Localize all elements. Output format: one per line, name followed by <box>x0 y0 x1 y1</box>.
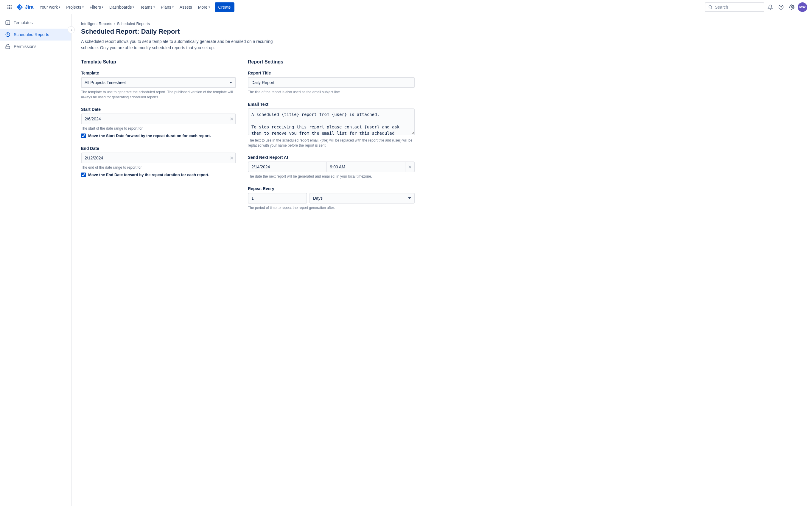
start-date-checkbox-row: Move the Start Date forward by the repea… <box>81 133 236 139</box>
more-chevron: ▾ <box>208 5 210 9</box>
user-avatar[interactable]: MW <box>798 2 807 12</box>
svg-rect-2 <box>11 5 12 6</box>
svg-rect-14 <box>6 20 10 25</box>
teams-chevron: ▾ <box>154 5 155 9</box>
end-date-label: End Date <box>81 146 236 151</box>
end-date-wrapper: ✕ <box>81 153 236 163</box>
breadcrumb-separator: / <box>114 21 115 26</box>
end-date-hint: The end of the date range to report for <box>81 165 236 170</box>
send-next-time-input[interactable] <box>326 162 406 172</box>
start-date-input[interactable] <box>81 113 236 124</box>
email-text-textarea[interactable]: A scheduled {title} report from {user} i… <box>248 108 415 135</box>
settings-icon[interactable] <box>787 2 797 12</box>
svg-rect-8 <box>11 8 12 9</box>
end-date-field-group: End Date ✕ The end of the date range to … <box>81 146 236 178</box>
search-icon <box>708 5 713 9</box>
assets-nav[interactable]: Assets <box>177 2 195 12</box>
end-date-checkbox-row: Move the End Date forward by the repeat … <box>81 172 236 178</box>
svg-rect-1 <box>9 5 10 6</box>
projects-chevron: ▾ <box>82 5 84 9</box>
page-title: Scheduled Report: Daily Report <box>81 28 802 35</box>
start-date-clear-icon[interactable]: ✕ <box>230 116 233 121</box>
form-columns: Template Setup Template All Projects Tim… <box>81 59 802 218</box>
teams-nav[interactable]: Teams ▾ <box>137 2 157 12</box>
email-text-hint: The text to use in the scheduled report … <box>248 138 415 148</box>
more-nav[interactable]: More ▾ <box>196 2 212 12</box>
template-setup-title: Template Setup <box>81 59 236 65</box>
apps-menu-icon[interactable] <box>5 2 14 12</box>
create-button[interactable]: Create <box>215 2 234 12</box>
template-setup-column: Template Setup Template All Projects Tim… <box>81 59 236 218</box>
report-title-input[interactable] <box>248 77 415 88</box>
report-settings-column: Report Settings Report Title The title o… <box>248 59 415 218</box>
end-date-checkbox[interactable] <box>81 173 86 177</box>
dashboards-chevron: ▾ <box>132 5 134 9</box>
svg-rect-5 <box>11 7 12 7</box>
repeat-period-select[interactable]: DaysWeeksMonths <box>309 193 415 203</box>
lock-icon <box>5 44 11 50</box>
sidebar-item-templates[interactable]: Templates <box>0 17 71 28</box>
send-next-datetime-row: ✕ <box>248 162 415 172</box>
your-work-nav[interactable]: Your work ▾ <box>37 2 63 12</box>
send-next-date-input[interactable] <box>248 162 326 172</box>
notifications-icon[interactable] <box>766 2 775 12</box>
end-date-input[interactable] <box>81 153 236 163</box>
schedule-icon <box>5 31 11 37</box>
repeat-every-field-group: Repeat Every DaysWeeksMonths The period … <box>248 186 415 210</box>
send-next-hint: The date the next report will be generat… <box>248 174 415 179</box>
sidebar: ‹ Templates Scheduled Reports <box>0 14 72 506</box>
breadcrumb-scheduled-reports[interactable]: Scheduled Reports <box>117 21 150 26</box>
page-description: A scheduled report allows you to set a t… <box>81 38 290 51</box>
breadcrumb-intelligent-reports[interactable]: Intelligent Reports <box>81 21 112 26</box>
send-next-clear-icon[interactable]: ✕ <box>405 162 415 172</box>
report-title-label: Report Title <box>248 71 415 75</box>
sidebar-collapse-button[interactable]: ‹ <box>68 26 75 33</box>
projects-nav[interactable]: Projects ▾ <box>64 2 86 12</box>
your-work-chevron: ▾ <box>59 5 60 9</box>
sidebar-item-permissions[interactable]: Permissions <box>0 40 71 53</box>
start-date-checkbox[interactable] <box>81 134 86 138</box>
start-date-field-group: Start Date ✕ The start of the date range… <box>81 107 236 139</box>
sidebar-item-scheduled-reports[interactable]: Scheduled Reports <box>0 28 71 40</box>
end-date-clear-icon[interactable]: ✕ <box>230 155 233 161</box>
repeat-every-label: Repeat Every <box>248 186 415 191</box>
filters-chevron: ▾ <box>102 5 103 9</box>
start-date-hint: The start of the date range to report fo… <box>81 126 236 131</box>
app-layout: ‹ Templates Scheduled Reports <box>0 14 812 506</box>
email-text-field-group: Email Text A scheduled {title} report fr… <box>248 102 415 148</box>
report-title-hint: The title of the report is also used as … <box>248 90 415 95</box>
svg-rect-6 <box>7 8 8 9</box>
send-next-field-group: Send Next Report At ✕ The date the next … <box>248 155 415 179</box>
plans-chevron: ▾ <box>172 5 174 9</box>
breadcrumb: Intelligent Reports / Scheduled Reports <box>81 21 802 26</box>
start-date-wrapper: ✕ <box>81 113 236 124</box>
report-settings-title: Report Settings <box>248 59 415 65</box>
template-label: Template <box>81 71 236 75</box>
start-date-label: Start Date <box>81 107 236 112</box>
help-icon[interactable] <box>776 2 786 12</box>
template-icon <box>5 20 11 26</box>
jira-logo[interactable]: Jira <box>15 3 33 11</box>
plans-nav[interactable]: Plans ▾ <box>159 2 176 12</box>
svg-rect-0 <box>7 5 8 6</box>
svg-rect-7 <box>9 8 10 9</box>
send-next-label: Send Next Report At <box>248 155 415 160</box>
repeat-number-input[interactable] <box>248 193 307 203</box>
svg-rect-18 <box>6 46 10 49</box>
svg-point-13 <box>791 6 793 8</box>
search-box[interactable]: Search <box>705 2 764 12</box>
report-title-field-group: Report Title The title of the report is … <box>248 71 415 95</box>
template-hint: The template to use to generate the sche… <box>81 90 236 100</box>
svg-rect-4 <box>9 7 10 7</box>
main-content: Intelligent Reports / Scheduled Reports … <box>72 14 812 506</box>
top-navigation: Jira Your work ▾ Projects ▾ Filters ▾ Da… <box>0 0 812 14</box>
template-field-group: Template All Projects TimesheetProject S… <box>81 71 236 100</box>
svg-line-10 <box>711 8 713 9</box>
start-date-checkbox-label[interactable]: Move the Start Date forward by the repea… <box>88 133 211 139</box>
template-select[interactable]: All Projects TimesheetProject SummaryTim… <box>81 77 236 88</box>
end-date-checkbox-label[interactable]: Move the End Date forward by the repeat … <box>88 172 209 178</box>
repeat-every-hint: The period of time to repeat the report … <box>248 205 415 210</box>
filters-nav[interactable]: Filters ▾ <box>87 2 106 12</box>
dashboards-nav[interactable]: Dashboards ▾ <box>107 2 137 12</box>
email-text-label: Email Text <box>248 102 415 107</box>
